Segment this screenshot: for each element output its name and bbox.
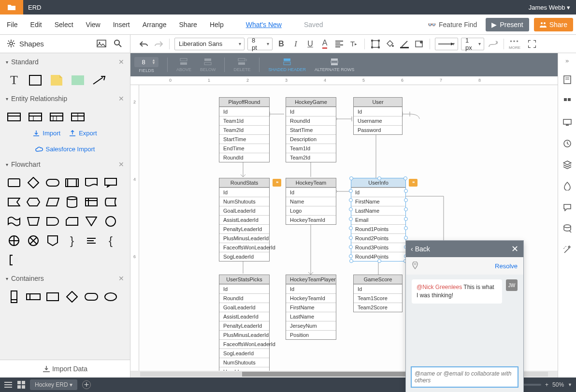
text-shape[interactable]: T xyxy=(7,73,21,87)
font-size-select[interactable]: 8 pt xyxy=(247,38,273,50)
fc-delay[interactable] xyxy=(45,215,60,228)
cont-6[interactable] xyxy=(103,290,118,304)
resolve-button[interactable]: Resolve xyxy=(495,262,518,270)
list-view-icon[interactable] xyxy=(4,381,13,388)
fc-annotation[interactable] xyxy=(7,253,21,267)
grid-view-icon[interactable] xyxy=(17,381,25,389)
font-family-select[interactable]: Liberation Sans xyxy=(174,38,245,50)
entity-shape-4[interactable] xyxy=(71,110,85,124)
fc-internal[interactable] xyxy=(84,195,99,209)
presentation-icon[interactable] xyxy=(562,116,573,128)
comment-tag-1[interactable]: ❝ xyxy=(273,179,281,187)
entity-playoffround[interactable]: PlayoffRound Id Team1Id Team2Id StartTim… xyxy=(219,97,270,162)
redo-button[interactable] xyxy=(153,38,164,50)
history-icon[interactable] xyxy=(562,138,573,149)
block-shape[interactable] xyxy=(71,73,85,87)
magic-icon[interactable] xyxy=(562,244,573,256)
fc-stored[interactable] xyxy=(103,195,118,209)
present-button[interactable]: ▶ Present xyxy=(486,18,529,31)
gear-icon[interactable] xyxy=(7,39,15,48)
fc-doc[interactable] xyxy=(84,176,99,189)
entity-user[interactable]: User Id Username Password xyxy=(353,97,403,135)
fc-manual[interactable] xyxy=(26,215,41,228)
cont-5[interactable] xyxy=(84,290,99,304)
text-options-button[interactable]: T▸ xyxy=(348,38,360,50)
document-title[interactable]: ERD xyxy=(23,4,46,11)
entity-gamescore[interactable]: GameScore Id Team1Score Team2Score xyxy=(353,275,403,312)
arrow-shape[interactable] xyxy=(92,73,106,87)
comment-input[interactable] xyxy=(411,366,518,388)
fc-predef[interactable] xyxy=(65,176,79,189)
user-menu[interactable]: James Webb ▾ xyxy=(523,4,576,11)
fc-terminal[interactable] xyxy=(45,176,60,189)
line-style-select[interactable] xyxy=(435,38,458,50)
section-standard[interactable]: Standard✕ xyxy=(0,53,130,71)
menu-edit[interactable]: Edit xyxy=(27,18,46,31)
rect-shape[interactable] xyxy=(28,73,43,87)
alternate-rows-button[interactable]: ALTERNATE ROWS xyxy=(315,58,354,72)
layers-icon[interactable] xyxy=(562,159,573,171)
zoom-level[interactable]: 50% xyxy=(552,381,564,388)
search-icon[interactable] xyxy=(112,37,124,50)
fc-sum[interactable] xyxy=(7,234,21,247)
chat-icon[interactable] xyxy=(562,202,573,213)
entity-roundstats[interactable]: RoundStats Id NumShutouts GoalLeaderId A… xyxy=(219,178,270,261)
fullscreen-button[interactable] xyxy=(526,38,538,50)
entity-shape-1[interactable] xyxy=(7,110,21,124)
fc-rect[interactable] xyxy=(7,176,21,189)
note-shape[interactable] xyxy=(49,73,64,87)
shape-bounds-button[interactable] xyxy=(370,38,381,50)
section-er[interactable]: Entity Relationship✕ xyxy=(0,90,130,107)
insert-above-button[interactable]: ABOVE xyxy=(176,58,191,72)
fc-parallel[interactable] xyxy=(45,195,60,209)
bold-button[interactable]: B xyxy=(275,38,287,50)
fc-note[interactable] xyxy=(84,234,99,247)
comment-back-button[interactable]: ‹ Back xyxy=(411,245,430,253)
fc-callout[interactable] xyxy=(103,176,118,189)
share-button[interactable]: Share xyxy=(534,18,573,31)
page-tab[interactable]: Hockey ERD ▾ xyxy=(30,379,77,390)
entity-shape-3[interactable] xyxy=(49,110,64,124)
fc-triangle[interactable] xyxy=(84,215,99,228)
import-data-button[interactable]: Import Data xyxy=(0,360,130,377)
fc-tape[interactable] xyxy=(7,215,21,228)
feature-find-button[interactable]: 👓 Feature Find xyxy=(424,21,481,29)
entity-userinfo[interactable]: UserInfo Id FirstName LastName Email Rou… xyxy=(351,178,406,261)
add-page-button[interactable]: + xyxy=(82,380,91,389)
cont-2[interactable] xyxy=(26,290,41,304)
entity-hockeyteamplayer[interactable]: HockeyTeamPlayer Id HockeyTeamId FirstNa… xyxy=(286,275,336,340)
section-flowchart[interactable]: Flowchart✕ xyxy=(0,156,130,173)
entity-shape-2[interactable] xyxy=(28,110,43,124)
comment-tag-2[interactable]: ❝ xyxy=(409,179,418,187)
fc-hex[interactable] xyxy=(26,195,41,209)
menu-view[interactable]: View xyxy=(82,18,104,31)
entity-userstatspicks[interactable]: UserStatsPicks Id RoundId GoalLeaderId A… xyxy=(219,275,270,371)
align-button[interactable] xyxy=(333,38,345,50)
fc-brace-l[interactable]: { xyxy=(103,234,118,247)
collapse-right-button[interactable]: » xyxy=(565,57,569,64)
menu-help[interactable]: Help xyxy=(206,18,228,31)
page-thumbnail-icon[interactable] xyxy=(562,74,573,86)
shape-options-button[interactable] xyxy=(413,38,425,50)
fill-color-button[interactable] xyxy=(384,38,396,50)
menu-file[interactable]: File xyxy=(3,18,22,31)
shaded-header-button[interactable]: SHADED HEADER xyxy=(268,58,306,72)
underline-button[interactable]: U xyxy=(304,38,316,50)
fc-shape-7[interactable] xyxy=(7,195,21,209)
data-link-icon[interactable] xyxy=(562,223,573,234)
line-width-select[interactable]: 1 px xyxy=(461,38,484,50)
fc-diamond[interactable] xyxy=(26,176,41,189)
insert-below-button[interactable]: BELOW xyxy=(200,58,216,72)
menu-arrange[interactable]: Arrange xyxy=(139,18,171,31)
text-color-button[interactable]: A xyxy=(319,38,331,50)
salesforce-import-link[interactable]: Salesforce Import xyxy=(6,145,124,153)
menu-share[interactable]: Share xyxy=(175,18,201,31)
entity-hockeyteam[interactable]: HockeyTeam Id Name Logo HockeyTeamId xyxy=(286,178,336,225)
fc-circle[interactable] xyxy=(103,215,118,228)
comments-icon[interactable] xyxy=(562,95,573,107)
more-button[interactable]: ••• MORE xyxy=(509,38,520,50)
italic-button[interactable]: I xyxy=(290,38,302,50)
export-link[interactable]: Export xyxy=(69,130,97,137)
undo-button[interactable] xyxy=(138,38,150,50)
whats-new-link[interactable]: What's New xyxy=(242,18,286,31)
